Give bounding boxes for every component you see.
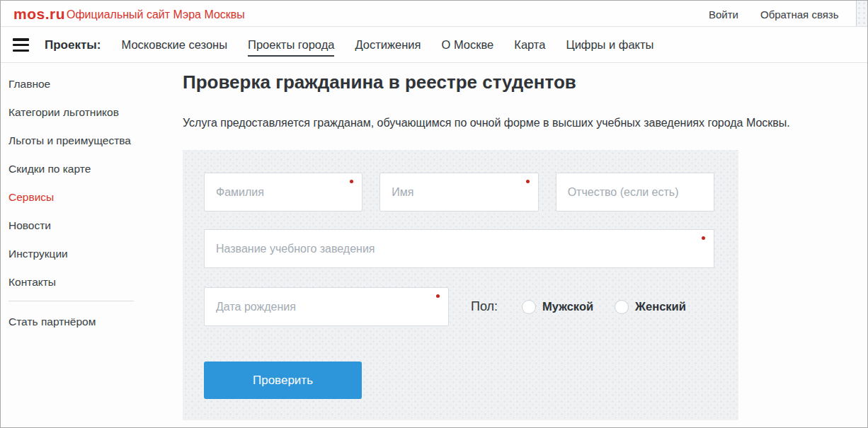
gender-label: Пол:	[471, 299, 498, 314]
first-name-field-wrapper	[379, 173, 538, 212]
student-check-form: Пол: Мужской Женский Проверить	[183, 150, 738, 420]
sidebar-divider	[8, 301, 134, 301]
site-tagline: Официальный сайт Мэра Москвы	[67, 1, 245, 27]
last-name-input[interactable]	[205, 173, 362, 211]
login-link[interactable]: Войти	[709, 1, 738, 27]
required-marker	[526, 180, 530, 183]
nav-menu-label: Проекты:	[45, 38, 101, 52]
male-radio[interactable]	[522, 300, 536, 314]
page-description: Услуга предоставляется гражданам, обучаю…	[183, 117, 857, 129]
last-name-field-wrapper	[204, 173, 362, 212]
sidebar-item-lgoty-i-preimushchestva[interactable]: Льготы и преимущества	[8, 127, 159, 155]
birth-date-input[interactable]	[205, 288, 448, 325]
sidebar-item-glavnoe[interactable]: Главное	[8, 70, 159, 98]
female-radio[interactable]	[615, 300, 629, 314]
nav-item-moskovskie-sezony[interactable]: Московские сезоны	[121, 34, 227, 57]
institution-input[interactable]	[205, 230, 714, 267]
gender-option-female[interactable]: Женский	[615, 300, 686, 314]
nav-item-dostizheniya[interactable]: Достижения	[355, 34, 421, 57]
feedback-link[interactable]: Обратная связь	[760, 1, 839, 27]
middle-name-input[interactable]	[556, 173, 714, 211]
form-row-name	[204, 173, 714, 212]
hamburger-menu-icon[interactable]	[13, 38, 29, 52]
sidebar-item-servisy[interactable]: Сервисы	[8, 183, 159, 212]
mos-ru-logo[interactable]: mos.ru	[13, 1, 65, 27]
gender-option-male[interactable]: Мужской	[522, 300, 593, 314]
required-marker	[702, 236, 705, 240]
form-row-birthdate-gender: Пол: Мужской Женский	[204, 287, 714, 326]
sidebar-item-kategorii-lgotnikov[interactable]: Категории льготников	[8, 98, 159, 127]
sidebar: Главное Категории льготников Льготы и пр…	[8, 70, 159, 336]
sidebar-item-skidki-po-karte[interactable]: Скидки по карте	[8, 155, 159, 183]
female-radio-label: Женский	[635, 300, 686, 313]
check-button[interactable]: Проверить	[204, 362, 362, 399]
required-marker	[436, 294, 440, 298]
birth-date-field-wrapper	[204, 287, 449, 326]
first-name-input[interactable]	[380, 173, 537, 211]
main-content: Проверка гражданина в реестре студентов …	[183, 64, 857, 420]
top-header: mos.ru Официальный сайт Мэра Москвы Войт…	[1, 1, 868, 27]
sidebar-item-novosti[interactable]: Новости	[8, 212, 159, 240]
nav-item-karta[interactable]: Карта	[514, 34, 545, 57]
page-title: Проверка гражданина в реестре студентов	[183, 71, 857, 93]
institution-field-wrapper	[204, 229, 714, 268]
nav-item-o-moskve[interactable]: О Москве	[442, 34, 494, 57]
sidebar-item-kontakty[interactable]: Контакты	[8, 268, 159, 296]
gender-group: Пол: Мужской Женский	[471, 299, 686, 314]
form-row-institution	[204, 229, 714, 268]
nav-item-tsifry-i-fakty[interactable]: Цифры и факты	[566, 34, 653, 57]
sidebar-item-stat-partnyorom[interactable]: Стать партнёром	[8, 308, 159, 336]
middle-name-field-wrapper	[556, 173, 714, 212]
page-edge-texture	[856, 1, 868, 26]
projects-navbar: Проекты: Московские сезоны Проекты город…	[1, 28, 868, 63]
male-radio-label: Мужской	[542, 300, 593, 313]
nav-item-proekty-goroda[interactable]: Проекты города	[248, 34, 334, 57]
sidebar-item-instruktsii[interactable]: Инструкции	[8, 240, 159, 268]
